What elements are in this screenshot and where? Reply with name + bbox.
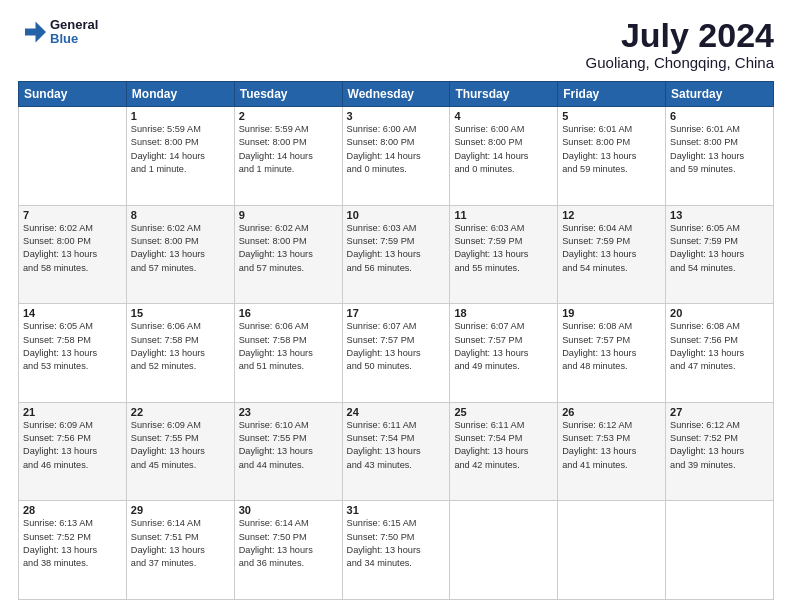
calendar-cell: 27Sunrise: 6:12 AM Sunset: 7:52 PM Dayli…: [666, 402, 774, 501]
day-info: Sunrise: 6:15 AM Sunset: 7:50 PM Dayligh…: [347, 517, 446, 570]
calendar-cell: 23Sunrise: 6:10 AM Sunset: 7:55 PM Dayli…: [234, 402, 342, 501]
calendar-cell: 13Sunrise: 6:05 AM Sunset: 7:59 PM Dayli…: [666, 205, 774, 304]
day-number: 10: [347, 209, 446, 221]
day-info: Sunrise: 6:07 AM Sunset: 7:57 PM Dayligh…: [454, 320, 553, 373]
calendar-table: SundayMondayTuesdayWednesdayThursdayFrid…: [18, 81, 774, 600]
day-number: 15: [131, 307, 230, 319]
day-number: 17: [347, 307, 446, 319]
day-info: Sunrise: 6:04 AM Sunset: 7:59 PM Dayligh…: [562, 222, 661, 275]
calendar-cell: 1Sunrise: 5:59 AM Sunset: 8:00 PM Daylig…: [126, 107, 234, 206]
calendar-cell: 14Sunrise: 6:05 AM Sunset: 7:58 PM Dayli…: [19, 304, 127, 403]
logo-line2: Blue: [50, 32, 98, 46]
calendar-cell: 25Sunrise: 6:11 AM Sunset: 7:54 PM Dayli…: [450, 402, 558, 501]
day-number: 8: [131, 209, 230, 221]
calendar-subtitle: Guoliang, Chongqing, China: [586, 54, 774, 71]
calendar-cell: 28Sunrise: 6:13 AM Sunset: 7:52 PM Dayli…: [19, 501, 127, 600]
calendar-week-4: 28Sunrise: 6:13 AM Sunset: 7:52 PM Dayli…: [19, 501, 774, 600]
calendar-cell: [558, 501, 666, 600]
calendar-cell: 2Sunrise: 5:59 AM Sunset: 8:00 PM Daylig…: [234, 107, 342, 206]
day-info: Sunrise: 6:02 AM Sunset: 8:00 PM Dayligh…: [131, 222, 230, 275]
col-header-monday: Monday: [126, 82, 234, 107]
day-info: Sunrise: 6:01 AM Sunset: 8:00 PM Dayligh…: [562, 123, 661, 176]
day-info: Sunrise: 6:07 AM Sunset: 7:57 PM Dayligh…: [347, 320, 446, 373]
day-info: Sunrise: 6:00 AM Sunset: 8:00 PM Dayligh…: [347, 123, 446, 176]
calendar-cell: 18Sunrise: 6:07 AM Sunset: 7:57 PM Dayli…: [450, 304, 558, 403]
day-info: Sunrise: 5:59 AM Sunset: 8:00 PM Dayligh…: [239, 123, 338, 176]
calendar-cell: 8Sunrise: 6:02 AM Sunset: 8:00 PM Daylig…: [126, 205, 234, 304]
calendar-cell: 9Sunrise: 6:02 AM Sunset: 8:00 PM Daylig…: [234, 205, 342, 304]
logo-text: General Blue: [50, 18, 98, 47]
day-info: Sunrise: 6:11 AM Sunset: 7:54 PM Dayligh…: [454, 419, 553, 472]
day-number: 3: [347, 110, 446, 122]
day-number: 25: [454, 406, 553, 418]
day-info: Sunrise: 6:03 AM Sunset: 7:59 PM Dayligh…: [347, 222, 446, 275]
day-info: Sunrise: 6:02 AM Sunset: 8:00 PM Dayligh…: [239, 222, 338, 275]
calendar-cell: 11Sunrise: 6:03 AM Sunset: 7:59 PM Dayli…: [450, 205, 558, 304]
svg-marker-0: [25, 22, 46, 43]
day-number: 2: [239, 110, 338, 122]
calendar-cell: 6Sunrise: 6:01 AM Sunset: 8:00 PM Daylig…: [666, 107, 774, 206]
day-number: 21: [23, 406, 122, 418]
logo: General Blue: [18, 18, 98, 47]
day-number: 23: [239, 406, 338, 418]
day-info: Sunrise: 6:13 AM Sunset: 7:52 PM Dayligh…: [23, 517, 122, 570]
day-number: 16: [239, 307, 338, 319]
day-info: Sunrise: 6:06 AM Sunset: 7:58 PM Dayligh…: [131, 320, 230, 373]
day-number: 5: [562, 110, 661, 122]
day-info: Sunrise: 6:14 AM Sunset: 7:51 PM Dayligh…: [131, 517, 230, 570]
day-number: 28: [23, 504, 122, 516]
day-number: 1: [131, 110, 230, 122]
day-number: 6: [670, 110, 769, 122]
page: General Blue July 2024 Guoliang, Chongqi…: [0, 0, 792, 612]
col-header-friday: Friday: [558, 82, 666, 107]
calendar-cell: 17Sunrise: 6:07 AM Sunset: 7:57 PM Dayli…: [342, 304, 450, 403]
day-info: Sunrise: 6:08 AM Sunset: 7:57 PM Dayligh…: [562, 320, 661, 373]
calendar-cell: 31Sunrise: 6:15 AM Sunset: 7:50 PM Dayli…: [342, 501, 450, 600]
calendar-cell: 24Sunrise: 6:11 AM Sunset: 7:54 PM Dayli…: [342, 402, 450, 501]
title-block: July 2024 Guoliang, Chongqing, China: [586, 18, 774, 71]
calendar-cell: 15Sunrise: 6:06 AM Sunset: 7:58 PM Dayli…: [126, 304, 234, 403]
calendar-cell: 19Sunrise: 6:08 AM Sunset: 7:57 PM Dayli…: [558, 304, 666, 403]
logo-line1: General: [50, 18, 98, 32]
day-info: Sunrise: 6:06 AM Sunset: 7:58 PM Dayligh…: [239, 320, 338, 373]
calendar-cell: 10Sunrise: 6:03 AM Sunset: 7:59 PM Dayli…: [342, 205, 450, 304]
day-info: Sunrise: 5:59 AM Sunset: 8:00 PM Dayligh…: [131, 123, 230, 176]
day-number: 22: [131, 406, 230, 418]
day-info: Sunrise: 6:01 AM Sunset: 8:00 PM Dayligh…: [670, 123, 769, 176]
day-number: 30: [239, 504, 338, 516]
day-number: 31: [347, 504, 446, 516]
day-info: Sunrise: 6:02 AM Sunset: 8:00 PM Dayligh…: [23, 222, 122, 275]
calendar-cell: 16Sunrise: 6:06 AM Sunset: 7:58 PM Dayli…: [234, 304, 342, 403]
calendar-week-2: 14Sunrise: 6:05 AM Sunset: 7:58 PM Dayli…: [19, 304, 774, 403]
logo-icon: [18, 18, 46, 46]
day-info: Sunrise: 6:09 AM Sunset: 7:55 PM Dayligh…: [131, 419, 230, 472]
day-number: 29: [131, 504, 230, 516]
day-number: 18: [454, 307, 553, 319]
day-info: Sunrise: 6:12 AM Sunset: 7:53 PM Dayligh…: [562, 419, 661, 472]
calendar-cell: [666, 501, 774, 600]
day-info: Sunrise: 6:05 AM Sunset: 7:58 PM Dayligh…: [23, 320, 122, 373]
day-info: Sunrise: 6:14 AM Sunset: 7:50 PM Dayligh…: [239, 517, 338, 570]
day-number: 24: [347, 406, 446, 418]
day-number: 9: [239, 209, 338, 221]
day-info: Sunrise: 6:00 AM Sunset: 8:00 PM Dayligh…: [454, 123, 553, 176]
calendar-header-row: SundayMondayTuesdayWednesdayThursdayFrid…: [19, 82, 774, 107]
calendar-cell: 7Sunrise: 6:02 AM Sunset: 8:00 PM Daylig…: [19, 205, 127, 304]
calendar-week-0: 1Sunrise: 5:59 AM Sunset: 8:00 PM Daylig…: [19, 107, 774, 206]
day-info: Sunrise: 6:09 AM Sunset: 7:56 PM Dayligh…: [23, 419, 122, 472]
calendar-cell: 5Sunrise: 6:01 AM Sunset: 8:00 PM Daylig…: [558, 107, 666, 206]
day-info: Sunrise: 6:11 AM Sunset: 7:54 PM Dayligh…: [347, 419, 446, 472]
day-number: 13: [670, 209, 769, 221]
day-info: Sunrise: 6:08 AM Sunset: 7:56 PM Dayligh…: [670, 320, 769, 373]
calendar-cell: 22Sunrise: 6:09 AM Sunset: 7:55 PM Dayli…: [126, 402, 234, 501]
day-number: 20: [670, 307, 769, 319]
col-header-sunday: Sunday: [19, 82, 127, 107]
calendar-title: July 2024: [586, 18, 774, 52]
calendar-cell: [450, 501, 558, 600]
day-number: 11: [454, 209, 553, 221]
day-info: Sunrise: 6:03 AM Sunset: 7:59 PM Dayligh…: [454, 222, 553, 275]
calendar-week-1: 7Sunrise: 6:02 AM Sunset: 8:00 PM Daylig…: [19, 205, 774, 304]
header: General Blue July 2024 Guoliang, Chongqi…: [18, 18, 774, 71]
day-info: Sunrise: 6:10 AM Sunset: 7:55 PM Dayligh…: [239, 419, 338, 472]
calendar-body: 1Sunrise: 5:59 AM Sunset: 8:00 PM Daylig…: [19, 107, 774, 600]
